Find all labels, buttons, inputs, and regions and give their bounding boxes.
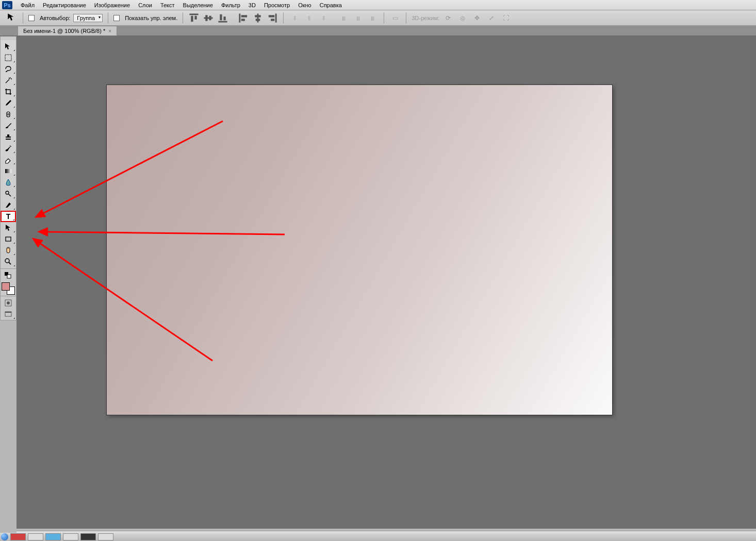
- menu-file[interactable]: Файл: [17, 2, 39, 8]
- blur-tool[interactable]: [1, 177, 16, 188]
- marquee-tool[interactable]: [1, 52, 16, 63]
- 3d-slide-icon[interactable]: ⤢: [486, 12, 497, 24]
- svg-rect-10: [241, 15, 247, 17]
- show-transform-checkbox[interactable]: [113, 15, 120, 21]
- move-tool[interactable]: [1, 41, 16, 52]
- menu-help[interactable]: Справка: [316, 2, 346, 8]
- distribute-hcenter-icon[interactable]: ⫼: [353, 12, 364, 24]
- foreground-color-swatch[interactable]: [2, 282, 10, 291]
- lasso-tool[interactable]: [1, 63, 16, 75]
- 3d-zoom-icon[interactable]: ⛶: [500, 12, 512, 24]
- menu-3d[interactable]: 3D: [244, 2, 260, 8]
- dodge-tool[interactable]: [1, 188, 16, 199]
- svg-rect-14: [256, 19, 260, 21]
- separator: [406, 12, 406, 24]
- stamp-tool[interactable]: [1, 131, 16, 143]
- svg-rect-0: [190, 13, 199, 15]
- group-dropdown[interactable]: Группа: [73, 14, 103, 22]
- crop-tool[interactable]: [1, 86, 16, 97]
- menu-window[interactable]: Окно: [294, 2, 316, 8]
- svg-rect-17: [271, 19, 274, 21]
- menu-view[interactable]: Просмотр: [260, 2, 294, 8]
- options-bar: Автовыбор: Группа Показать упр. элем. ⫴ …: [0, 10, 756, 26]
- svg-rect-8: [224, 16, 226, 20]
- menu-select[interactable]: Выделение: [179, 2, 217, 8]
- svg-rect-16: [269, 15, 274, 17]
- show-transform-label: Показать упр. элем.: [125, 15, 177, 21]
- separator: [23, 12, 23, 24]
- 3d-roll-icon[interactable]: ◎: [457, 12, 468, 24]
- color-swatches[interactable]: [2, 282, 15, 295]
- svg-rect-4: [206, 15, 208, 21]
- wand-tool[interactable]: [1, 75, 16, 86]
- menu-layers[interactable]: Слои: [134, 2, 156, 8]
- eyedropper-tool[interactable]: [1, 97, 16, 109]
- brush-tool[interactable]: [1, 120, 16, 131]
- separator: [108, 12, 108, 24]
- svg-rect-19: [5, 169, 11, 173]
- menu-edit[interactable]: Редактирование: [39, 2, 90, 8]
- quickmask-icon[interactable]: [1, 297, 16, 309]
- svg-rect-29: [5, 312, 11, 313]
- svg-rect-12: [257, 13, 259, 22]
- screenmode-icon[interactable]: [1, 309, 16, 320]
- separator: [183, 12, 183, 24]
- gradient-tool[interactable]: [1, 165, 16, 177]
- align-left-icon[interactable]: [238, 12, 249, 24]
- taskbar-item[interactable]: [10, 533, 26, 540]
- close-tab-icon[interactable]: ×: [108, 28, 111, 34]
- app-logo: Ps: [2, 1, 12, 9]
- auto-select-label: Автовыбор:: [40, 15, 70, 21]
- distribute-bottom-icon[interactable]: ⫴: [318, 12, 329, 24]
- taskbar-item[interactable]: [63, 533, 78, 540]
- shape-tool[interactable]: [1, 233, 16, 245]
- document-canvas[interactable]: [107, 85, 612, 415]
- document-tab-title: Без имени-1 @ 100% (RGB/8) *: [23, 28, 105, 34]
- default-colors-icon[interactable]: [1, 270, 16, 281]
- distribute-vcenter-icon[interactable]: ⫴: [303, 12, 315, 24]
- taskbar-item[interactable]: [45, 533, 61, 540]
- auto-align-icon[interactable]: ▭: [389, 12, 401, 24]
- svg-point-23: [5, 259, 9, 263]
- healing-tool[interactable]: [1, 109, 16, 120]
- type-tool[interactable]: T: [1, 211, 16, 222]
- align-right-icon[interactable]: [267, 12, 278, 24]
- auto-select-checkbox[interactable]: [28, 15, 35, 21]
- path-select-tool[interactable]: [1, 222, 16, 233]
- separator: [283, 12, 284, 24]
- history-brush-tool[interactable]: [1, 143, 16, 154]
- svg-rect-7: [220, 14, 222, 20]
- toolbox-grip[interactable]: [1, 37, 16, 41]
- svg-rect-9: [239, 13, 241, 22]
- svg-rect-2: [195, 15, 197, 19]
- taskbar-item[interactable]: [80, 533, 96, 540]
- svg-rect-3: [204, 17, 213, 19]
- 3d-orbit-icon[interactable]: ⟳: [442, 12, 454, 24]
- menu-text[interactable]: Текст: [156, 2, 179, 8]
- distribute-left-icon[interactable]: ⫼: [338, 12, 350, 24]
- eraser-tool[interactable]: [1, 154, 16, 165]
- menu-filter[interactable]: Фильтр: [217, 2, 244, 8]
- align-bottom-icon[interactable]: [217, 12, 228, 24]
- pen-tool[interactable]: [1, 199, 16, 211]
- document-tab[interactable]: Без имени-1 @ 100% (RGB/8) * ×: [18, 26, 117, 36]
- zoom-tool[interactable]: [1, 256, 16, 267]
- svg-text:T: T: [6, 212, 11, 221]
- menu-bar: Ps Файл Редактирование Изображение Слои …: [0, 0, 756, 10]
- svg-rect-5: [209, 15, 211, 20]
- taskbar-item[interactable]: [28, 533, 43, 540]
- svg-rect-1: [191, 15, 193, 21]
- svg-rect-13: [255, 15, 261, 17]
- align-vcenter-icon[interactable]: [203, 12, 214, 24]
- svg-rect-15: [275, 13, 277, 22]
- align-hcenter-icon[interactable]: [252, 12, 264, 24]
- menu-image[interactable]: Изображение: [90, 2, 134, 8]
- hand-tool[interactable]: [1, 245, 16, 256]
- align-top-icon[interactable]: [188, 12, 200, 24]
- svg-rect-11: [241, 19, 245, 21]
- taskbar-item[interactable]: [98, 533, 113, 540]
- distribute-top-icon[interactable]: ⫴: [289, 12, 300, 24]
- start-orb-icon[interactable]: [1, 533, 8, 540]
- distribute-right-icon[interactable]: ⫼: [367, 12, 379, 24]
- 3d-pan-icon[interactable]: ✥: [471, 12, 483, 24]
